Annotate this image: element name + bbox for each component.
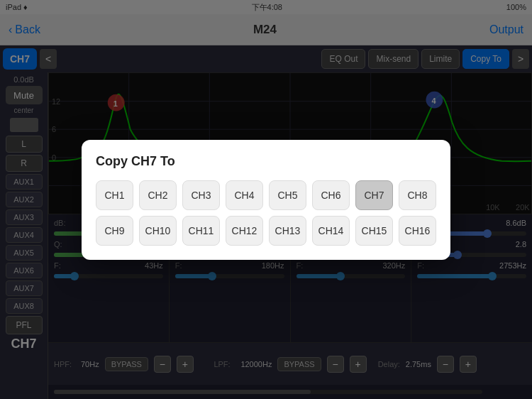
modal-channels: CH1 CH2 CH3 CH4 CH5 CH6 CH7 CH8 CH9 CH10… <box>96 180 436 246</box>
ch16-chip[interactable]: CH16 <box>399 216 436 246</box>
modal-box: Copy CH7 To CH1 CH2 CH3 CH4 CH5 CH6 CH7 … <box>82 140 450 260</box>
ch5-chip[interactable]: CH5 <box>269 180 306 210</box>
modal-row-1: CH1 CH2 CH3 CH4 CH5 CH6 CH7 CH8 <box>96 180 436 210</box>
ch14-chip[interactable]: CH14 <box>312 216 350 246</box>
ch7-chip[interactable]: CH7 <box>355 180 393 210</box>
ch6-chip[interactable]: CH6 <box>312 180 350 210</box>
ch8-chip[interactable]: CH8 <box>399 180 436 210</box>
modal-overlay: Copy CH7 To CH1 CH2 CH3 CH4 CH5 CH6 CH7 … <box>0 0 532 399</box>
ch11-chip[interactable]: CH11 <box>182 216 220 246</box>
ch12-chip[interactable]: CH12 <box>226 216 263 246</box>
ch9-chip[interactable]: CH9 <box>96 216 133 246</box>
ch10-chip[interactable]: CH10 <box>139 216 177 246</box>
ch1-chip[interactable]: CH1 <box>96 180 133 210</box>
ch15-chip[interactable]: CH15 <box>355 216 393 246</box>
ch13-chip[interactable]: CH13 <box>269 216 306 246</box>
modal-title: Copy CH7 To <box>96 154 436 169</box>
modal-row-2: CH9 CH10 CH11 CH12 CH13 CH14 CH15 CH16 <box>96 216 436 246</box>
ch4-chip[interactable]: CH4 <box>226 180 263 210</box>
ch2-chip[interactable]: CH2 <box>139 180 177 210</box>
ch3-chip[interactable]: CH3 <box>182 180 220 210</box>
